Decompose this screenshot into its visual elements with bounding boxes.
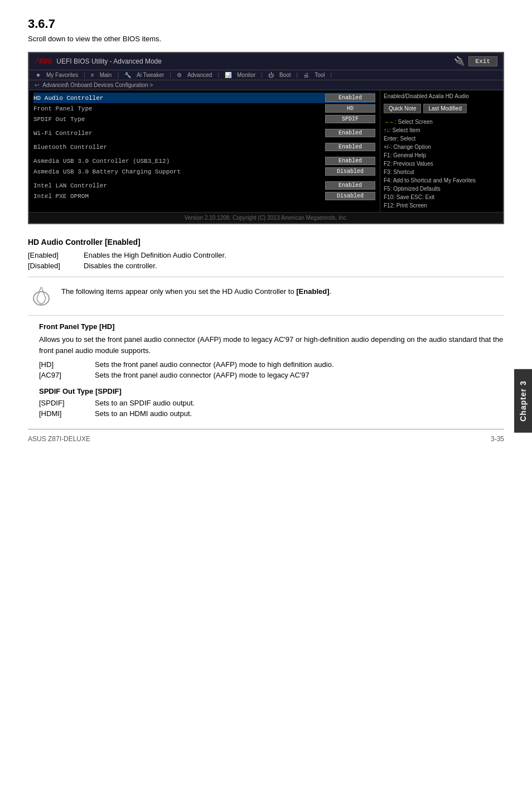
bios-row-spdif[interactable]: SPDIF Out Type SPDIF [33, 114, 375, 124]
bios-row-wifi[interactable]: Wi-Fi Controller Enabled [33, 128, 375, 138]
nav-icon-monitor: 📊 [223, 72, 234, 78]
sub-doc-hdmi: [HDMI] Sets to an HDMI audio output. [39, 409, 504, 418]
doc-term-enabled: [Enabled] [28, 251, 84, 259]
bios-label-hd-audio: HD Audio Controller [33, 95, 325, 102]
keybind-screen: →←: Select Screen [384, 118, 500, 126]
bios-value-asmedia-usb: Enabled [325, 157, 375, 165]
sub-doc-spdif: [SPDIF] Sets to an SPDIF audio output. [39, 399, 504, 407]
quick-note-button[interactable]: Quick Note [384, 104, 421, 113]
bios-body: HD Audio Controller Enabled Front Panel … [29, 90, 503, 212]
nav-item-boot[interactable]: Boot [277, 72, 293, 78]
nav-item-advanced[interactable]: Advanced [185, 72, 214, 78]
doc-hd-enabled: [Enabled] Enables the High Definition Au… [28, 251, 504, 259]
doc-section: HD Audio Controller [Enabled] [Enabled] … [28, 238, 504, 418]
nav-item-tool[interactable]: Tool [312, 72, 327, 78]
bios-value-bluetooth: Enabled [325, 143, 375, 151]
svg-line-1 [37, 293, 39, 298]
sub-doc-desc-ac97: Sets the front panel audio connector (AA… [84, 371, 504, 379]
note-box: The following items appear only when you… [28, 277, 504, 316]
bios-value-hd-audio: Enabled [325, 94, 375, 102]
breadcrumb-text: Advanced\ Onboard Devices Configuration … [42, 82, 153, 88]
section-title: 3.6.7 [28, 17, 504, 31]
nav-icon-main: ≡ [89, 72, 96, 78]
bios-label-front-panel: Front Panel Type [33, 105, 325, 112]
bios-action-buttons: Quick Note Last Modified [384, 104, 500, 113]
bios-logo: /SUS [35, 57, 52, 66]
nav-icon-tweaker: 🔧 [122, 72, 133, 78]
doc-desc-enabled: Enables the High Definition Audio Contro… [84, 251, 504, 259]
bios-row-asmedia-usb[interactable]: Asmedia USB 3.0 Controller (USB3_E12) En… [33, 156, 375, 166]
sub-doc-desc-hd: Sets the front panel audio connector (AA… [84, 360, 504, 369]
sub-doc-term-hd: [HD] [39, 360, 84, 369]
bios-label-pxe: Intel PXE OPROM [33, 193, 325, 200]
bios-label-lan: Intel LAN Controller [33, 182, 325, 189]
svg-line-2 [43, 293, 46, 298]
sub-doc-term-hdmi: [HDMI] [39, 409, 84, 418]
bios-keybinds: →←: Select Screen ↑↓: Select Item Enter:… [384, 118, 500, 210]
nav-item-main[interactable]: Main [98, 72, 114, 78]
nav-item-tweaker[interactable]: Ai Tweaker [134, 72, 166, 78]
bios-breadcrumb: ↩ Advanced\ Onboard Devices Configuratio… [29, 80, 503, 90]
sub-doc-term-spdif: [SPDIF] [39, 399, 84, 407]
nav-item-favorites[interactable]: My Favorites [44, 72, 80, 78]
bios-navbar: ★ My Favorites | ≡ Main | 🔧 Ai Tweaker |… [29, 70, 503, 80]
bios-value-wifi: Enabled [325, 129, 375, 137]
bios-label-asmedia-batt: Asmedia USB 3.0 Battery Charging Support [33, 168, 325, 175]
bios-screen: /SUS UEFI BIOS Utility - Advanced Mode 🔌… [28, 52, 504, 224]
doc-term-disabled: [Disabled] [28, 262, 84, 270]
sub-desc-front-panel: Allows you to set the front panel audio … [39, 334, 504, 356]
bios-header-title: UEFI BIOS Utility - Advanced Mode [56, 57, 162, 65]
note-icon [28, 283, 55, 310]
keybind-f4: F4: Add to Shortcut and My Favorites [384, 176, 500, 185]
svg-point-0 [33, 292, 49, 305]
last-modified-button[interactable]: Last Modified [423, 104, 466, 113]
bios-row-front-panel[interactable]: Front Panel Type HD [33, 103, 375, 114]
doc-hd-audio-heading: HD Audio Controller [Enabled] [28, 238, 504, 247]
bios-footer: Version 2.10.1208. Copyright (C) 2013 Am… [29, 212, 503, 223]
nav-icon-boot: ⏻ [266, 72, 276, 78]
sub-doc-ac97: [AC97] Sets the front panel audio connec… [39, 371, 504, 379]
nav-icon-favorites: ★ [33, 72, 43, 78]
keybind-f10: F10: Save ESC: Exit [384, 193, 500, 201]
bios-row-lan[interactable]: Intel LAN Controller Enabled [33, 180, 375, 191]
keybind-f2: F2: Previous Values [384, 160, 500, 168]
keybind-change: +/-: Change Option [384, 143, 500, 151]
keybind-f5: F5: Optimized Defaults [384, 185, 500, 193]
nav-icon-advanced: ⚙ [175, 72, 184, 78]
sub-section-front-panel: Front Panel Type [HD] Allows you to set … [28, 322, 504, 418]
section-subtitle: Scroll down to view the other BIOS items… [28, 35, 504, 43]
bios-label-bluetooth: Bluetooth Controller [33, 144, 325, 151]
keybind-enter: Enter: Select [384, 134, 500, 143]
bios-info-text: Enabled/Disabled Azalia HD Audio [384, 93, 500, 100]
nav-item-monitor[interactable]: Monitor [235, 72, 258, 78]
bios-header: /SUS UEFI BIOS Utility - Advanced Mode 🔌… [29, 53, 503, 70]
sub-doc-term-ac97: [AC97] [39, 371, 84, 379]
bios-value-lan: Enabled [325, 181, 375, 190]
footer-page-number: 3-35 [491, 435, 504, 443]
page-footer: ASUS Z87I-DELUXE 3-35 [28, 429, 504, 443]
keybind-f3: F3: Shortcut [384, 168, 500, 176]
bios-value-asmedia-batt: Disabled [325, 167, 375, 176]
note-text: The following items appear only when you… [61, 283, 331, 297]
bios-main-panel: HD Audio Controller Enabled Front Panel … [29, 90, 380, 212]
doc-desc-disabled: Disables the controller. [84, 262, 504, 270]
bios-label-wifi: Wi-Fi Controller [33, 130, 325, 137]
bios-row-asmedia-batt[interactable]: Asmedia USB 3.0 Battery Charging Support… [33, 166, 375, 177]
sub-heading-spdif: SPDIF Out Type [SPDIF] [39, 387, 504, 395]
chapter-label: Chapter 3 [519, 380, 528, 422]
keybind-f1: F1: General Help [384, 151, 500, 160]
bios-row-hd-audio[interactable]: HD Audio Controller Enabled [33, 93, 375, 103]
sub-heading-front-panel: Front Panel Type [HD] [39, 322, 504, 331]
exit-button[interactable]: Exit [468, 56, 497, 66]
bios-value-spdif: SPDIF [325, 115, 375, 123]
chapter-tab: Chapter 3 [514, 369, 532, 433]
footer-product-name: ASUS Z87I-DELUXE [28, 435, 90, 443]
bios-value-front-panel: HD [325, 104, 375, 113]
bios-row-bluetooth[interactable]: Bluetooth Controller Enabled [33, 142, 375, 152]
bios-label-asmedia-usb: Asmedia USB 3.0 Controller (USB3_E12) [33, 158, 325, 165]
keybind-f12: F12: Print Screen [384, 201, 500, 210]
bios-label-spdif: SPDIF Out Type [33, 116, 325, 123]
bios-row-pxe[interactable]: Intel PXE OPROM Disabled [33, 191, 375, 201]
sub-doc-desc-hdmi: Sets to an HDMI audio output. [84, 409, 504, 418]
sub-doc-desc-spdif: Sets to an SPDIF audio output. [84, 399, 504, 407]
